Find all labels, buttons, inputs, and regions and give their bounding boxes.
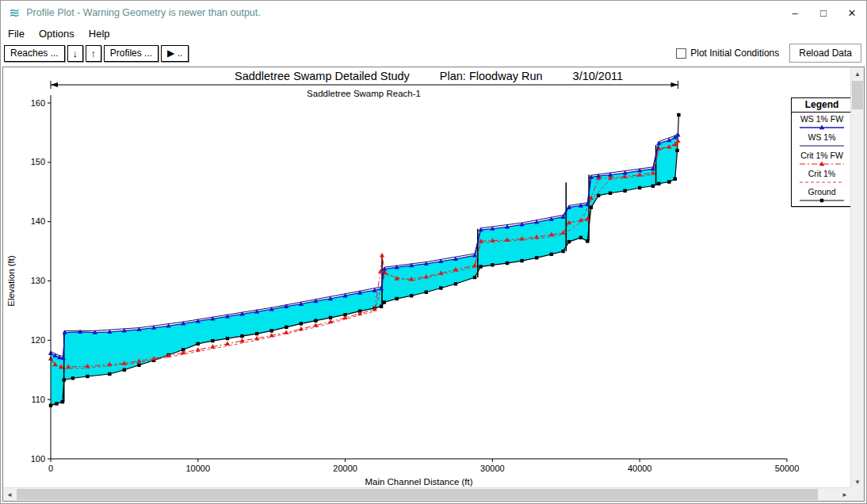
legend-entry: Crit 1% FW <box>792 149 852 167</box>
svg-text:50000: 50000 <box>775 464 800 473</box>
svg-text:10000: 10000 <box>186 464 211 473</box>
profile-plot-icon: ≋ <box>9 6 20 20</box>
svg-text:120: 120 <box>31 335 45 345</box>
scroll-right-icon[interactable]: ► <box>838 488 851 501</box>
legend-entry: Ground <box>792 185 852 206</box>
vertical-scrollbar[interactable]: ▲ ▼ <box>850 67 864 488</box>
minimize-button[interactable]: – <box>781 1 809 25</box>
title-bar: ≋ Profile Plot - Warning Geometry is new… <box>1 1 866 25</box>
legend-entry: Crit 1% <box>792 167 852 185</box>
svg-text:110: 110 <box>31 395 45 404</box>
legend-sample-ground <box>797 197 846 204</box>
svg-text:0: 0 <box>48 464 53 473</box>
reload-data-button[interactable]: Reload Data <box>789 44 861 63</box>
legend-label-ground: Ground <box>792 187 852 197</box>
plot-initial-conditions-label: Plot Initial Conditions <box>690 48 779 59</box>
scroll-left-icon[interactable]: ◄ <box>3 488 16 501</box>
menu-help[interactable]: Help <box>82 28 117 40</box>
legend-label-crit: Crit 1% <box>792 169 852 178</box>
legend-entry: WS 1% <box>792 131 852 149</box>
menu-options[interactable]: Options <box>32 28 82 40</box>
legend-sample-ws-fw <box>797 124 846 131</box>
up-arrow-button[interactable]: ↑ <box>86 45 101 62</box>
legend-title: Legend <box>792 98 852 113</box>
close-button[interactable]: ✕ <box>838 1 866 25</box>
horizontal-scrollbar-thumb[interactable] <box>17 489 818 500</box>
profile-plot-window: ≋ Profile Plot - Warning Geometry is new… <box>0 0 867 504</box>
svg-text:150: 150 <box>31 157 45 166</box>
vertical-scrollbar-thumb[interactable] <box>852 81 863 109</box>
toolbar: Reaches ... ↓ ↑ Profiles ... ▶ .. Plot I… <box>1 42 866 64</box>
play-icon: ▶ .. <box>167 48 182 59</box>
reaches-button[interactable]: Reaches ... <box>4 45 65 62</box>
legend-label-crit-fw: Crit 1% FW <box>792 151 852 160</box>
svg-text:Main Channel Distance (ft): Main Channel Distance (ft) <box>365 477 472 487</box>
down-arrow-button[interactable]: ↓ <box>67 45 83 62</box>
chart-panel: 1001101201301401501600100002000030000400… <box>2 67 865 502</box>
svg-text:Elevation (ft): Elevation (ft) <box>6 255 16 307</box>
down-arrow-icon: ↓ <box>72 48 78 59</box>
up-arrow-icon: ↑ <box>90 48 96 59</box>
scrollbar-corner <box>851 488 864 501</box>
profile-plot-chart[interactable]: 1001101201301401501600100002000030000400… <box>3 67 854 491</box>
svg-text:100: 100 <box>31 454 45 464</box>
svg-text:140: 140 <box>31 216 45 226</box>
plot-initial-conditions-row: Plot Initial Conditions <box>676 48 779 59</box>
legend-label-ws: WS 1% <box>792 132 852 142</box>
next-profile-button[interactable]: ▶ .. <box>161 45 189 62</box>
legend-entry: WS 1% FW <box>792 113 852 131</box>
window-title: Profile Plot - Warning Geometry is newer… <box>26 7 781 18</box>
svg-text:40000: 40000 <box>628 464 652 473</box>
maximize-button[interactable]: □ <box>809 1 838 25</box>
menu-bar: File Options Help <box>1 25 866 42</box>
legend-sample-crit-fw <box>797 160 846 167</box>
scroll-up-icon[interactable]: ▲ <box>851 67 864 80</box>
menu-file[interactable]: File <box>1 28 32 40</box>
svg-text:30000: 30000 <box>480 464 505 473</box>
legend-sample-crit <box>797 178 846 185</box>
legend: Legend WS 1% FW WS 1% Crit 1% FW Crit 1%… <box>791 97 853 207</box>
scroll-down-icon[interactable]: ▼ <box>851 475 864 488</box>
legend-sample-ws <box>797 142 846 149</box>
profiles-button[interactable]: Profiles ... <box>104 45 159 62</box>
svg-text:20000: 20000 <box>333 464 357 473</box>
plot-initial-conditions-checkbox[interactable] <box>676 48 686 59</box>
svg-text:130: 130 <box>31 276 45 285</box>
legend-label-ws-fw: WS 1% FW <box>792 114 852 124</box>
svg-text:160: 160 <box>31 98 45 108</box>
horizontal-scrollbar[interactable]: ◄ ► <box>3 487 851 501</box>
